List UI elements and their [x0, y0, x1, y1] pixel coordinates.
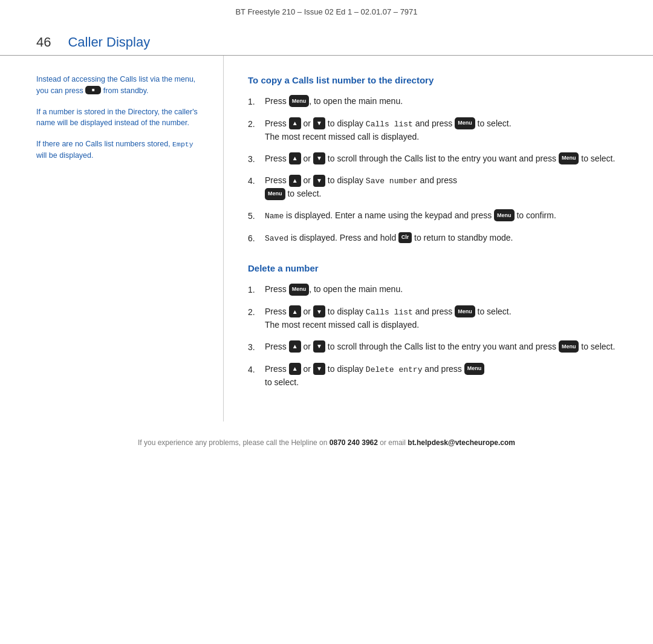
- up-arrow-button: ▲: [289, 117, 301, 129]
- sidebar: Instead of accessing the Calls list via …: [36, 56, 224, 421]
- delete-entry-label: Delete entry: [366, 365, 423, 374]
- step-content: Press ▲ or ▼ to display Save number and …: [265, 174, 617, 201]
- section2-title: Delete a number: [248, 263, 617, 273]
- footer-email: bt.helpdesk@vtecheurope.com: [408, 438, 515, 447]
- main-content: To copy a Calls list number to the direc…: [224, 56, 617, 421]
- down-arrow-button: ▼: [313, 152, 325, 164]
- down-arrow-button: ▼: [313, 363, 325, 375]
- step-2-3: 3. Press ▲ or ▼ to scroll through the Ca…: [248, 340, 617, 354]
- step-content: Press ▲ or ▼ to display Calls list and p…: [265, 305, 617, 332]
- menu-button: Menu: [559, 340, 579, 353]
- step-content: Press ▲ or ▼ to display Delete entry and…: [265, 363, 617, 389]
- menu-button: Menu: [455, 305, 475, 317]
- footer-phone: 0870 240 3962: [330, 438, 378, 447]
- up-arrow-button: ▲: [289, 175, 301, 187]
- section1-steps: 1. Press Menu, to open the main menu. 2.…: [248, 95, 617, 245]
- down-arrow-button: ▼: [313, 175, 325, 187]
- menu-button: Menu: [289, 95, 310, 107]
- header-text: BT Freestyle 210 – Issue 02 Ed 1 – 02.01…: [235, 7, 417, 16]
- page-title: Caller Display: [68, 34, 150, 50]
- step-num: 2.: [248, 117, 265, 131]
- step-num: 4.: [248, 363, 265, 377]
- down-arrow-button: ▼: [313, 117, 325, 129]
- sidebar-note1: Instead of accessing the Calls list via …: [36, 74, 205, 97]
- down-arrow-button: ▼: [313, 305, 325, 317]
- step-num: 3.: [248, 340, 265, 354]
- standby-button-icon: ■: [85, 86, 101, 94]
- title-row: 46 Caller Display: [0, 21, 653, 56]
- page-number: 46: [36, 34, 51, 50]
- footer-text-mid: or email: [380, 438, 406, 447]
- step-1-3: 3. Press ▲ or ▼ to scroll through the Ca…: [248, 152, 617, 166]
- step-content: Press ▲ or ▼ to scroll through the Calls…: [265, 340, 617, 354]
- step-num: 2.: [248, 305, 265, 319]
- step-2-4: 4. Press ▲ or ▼ to display Delete entry …: [248, 363, 617, 389]
- content-area: Instead of accessing the Calls list via …: [0, 56, 653, 421]
- footer-text-before: If you experience any problems, please c…: [138, 438, 328, 447]
- step-2-2: 2. Press ▲ or ▼ to display Calls list an…: [248, 305, 617, 332]
- step-1-6: 6. Saved is displayed. Press and hold Cl…: [248, 232, 617, 246]
- step-num: 5.: [248, 209, 265, 223]
- menu-button: Menu: [464, 363, 485, 375]
- calls-list-label: Calls list: [366, 120, 413, 129]
- menu-button: Menu: [494, 209, 515, 221]
- save-number-label: Save number: [366, 177, 418, 186]
- step-1-5: 5. Name is displayed. Enter a name using…: [248, 209, 617, 223]
- step-2-1: 1. Press Menu, to open the main menu.: [248, 283, 617, 297]
- menu-button: Menu: [265, 188, 285, 200]
- step-content: Press ▲ or ▼ to display Calls list and p…: [265, 117, 617, 144]
- calls-list-label: Calls list: [366, 308, 413, 317]
- up-arrow-button: ▲: [289, 305, 301, 317]
- page-header: BT Freestyle 210 – Issue 02 Ed 1 – 02.01…: [0, 0, 653, 21]
- section1-title: To copy a Calls list number to the direc…: [248, 75, 617, 85]
- step-content: Saved is displayed. Press and hold Clr t…: [265, 232, 617, 245]
- menu-button: Menu: [559, 152, 579, 164]
- saved-label: Saved: [265, 234, 288, 243]
- down-arrow-button: ▼: [313, 340, 325, 353]
- sidebar-note2: If a number is stored in the Directory, …: [36, 106, 205, 129]
- up-arrow-button: ▲: [289, 152, 301, 164]
- section2-steps: 1. Press Menu, to open the main menu. 2.…: [248, 283, 617, 389]
- step-num: 4.: [248, 174, 265, 188]
- name-label: Name: [265, 212, 284, 221]
- menu-button: Menu: [455, 117, 475, 129]
- clr-button: Clr: [398, 232, 412, 243]
- sidebar-note3: If there are no Calls list numbers store…: [36, 138, 205, 161]
- up-arrow-button: ▲: [289, 340, 301, 353]
- menu-button: Menu: [289, 284, 310, 296]
- step-num: 1.: [248, 283, 265, 297]
- step-num: 3.: [248, 152, 265, 166]
- page-footer: If you experience any problems, please c…: [0, 428, 653, 454]
- step-content: Press ▲ or ▼ to scroll through the Calls…: [265, 152, 617, 166]
- step-content: Press Menu, to open the main menu.: [265, 283, 617, 296]
- step-content: Press Menu, to open the main menu.: [265, 95, 617, 108]
- step-1-4: 4. Press ▲ or ▼ to display Save number a…: [248, 174, 617, 201]
- up-arrow-button: ▲: [289, 363, 301, 375]
- step-1-1: 1. Press Menu, to open the main menu.: [248, 95, 617, 109]
- step-1-2: 2. Press ▲ or ▼ to display Calls list an…: [248, 117, 617, 144]
- step-content: Name is displayed. Enter a name using th…: [265, 209, 617, 223]
- step-num: 6.: [248, 232, 265, 246]
- step-num: 1.: [248, 95, 265, 109]
